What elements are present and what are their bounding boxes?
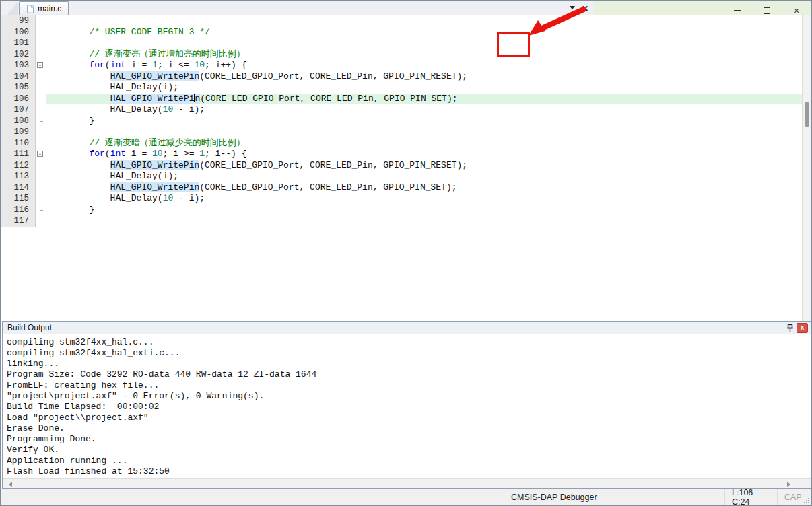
- line-number: 100: [1, 27, 36, 38]
- code-line: 108 }: [1, 116, 802, 127]
- uvision-window: V5 E:\fdb-master\fdb-master\0_example\GP…: [0, 0, 812, 506]
- fold-margin: [36, 104, 46, 116]
- line-number: 111: [1, 149, 36, 160]
- fold-margin: [36, 215, 46, 227]
- close-file-icon[interactable]: ✕: [582, 5, 588, 13]
- code-text: HAL_Delay(i);: [46, 82, 802, 94]
- resize-grip[interactable]: [802, 489, 811, 505]
- code-line: 102 // 逐渐变亮（通过增加亮的时间比例）: [1, 49, 802, 61]
- fold-margin: [36, 205, 46, 216]
- fold-margin: [36, 182, 46, 194]
- code-line: 106 HAL_GPIO_WritePin(CORE_LED_GPIO_Port…: [1, 94, 802, 105]
- line-number: 115: [1, 193, 36, 205]
- line-number: 112: [1, 160, 36, 172]
- code-line: 113 HAL_Delay(i);: [1, 171, 802, 182]
- code-line: 110 // 逐渐变暗（通过减少亮的时间比例）: [1, 138, 802, 149]
- fold-margin: [36, 27, 46, 38]
- code-text: /* USER CODE BEGIN 3 */: [46, 27, 802, 38]
- file-icon: [27, 5, 34, 13]
- fold-margin: [36, 38, 46, 49]
- editor-tab-label: main.c: [38, 4, 61, 13]
- fold-margin: [36, 82, 46, 94]
- editor-tabstrip: main.c ✕: [1, 1, 594, 16]
- fold-margin: [36, 126, 46, 138]
- line-number: 117: [1, 215, 36, 227]
- code-text: HAL_GPIO_WritePin(CORE_LED_GPIO_Port, CO…: [46, 182, 802, 194]
- code-line: 103- for(int i = 1; i <= 10; i++) {: [1, 60, 802, 71]
- code-line: 116 }: [1, 205, 802, 216]
- fold-margin: [36, 49, 46, 61]
- code-line: 104 HAL_GPIO_WritePin(CORE_LED_GPIO_Port…: [1, 71, 802, 83]
- code-line: 99: [1, 15, 802, 27]
- code-line: 114 HAL_GPIO_WritePin(CORE_LED_GPIO_Port…: [1, 182, 802, 194]
- code-text: // 逐渐变亮（通过增加亮的时间比例）: [46, 49, 802, 61]
- tab-list-icon[interactable]: [570, 6, 575, 12]
- code-text: HAL_GPIO_WritePin(CORE_LED_GPIO_Port, CO…: [46, 160, 802, 172]
- fold-margin: [36, 71, 46, 83]
- editor-panel: main.c ✕ 99100 /* USER CODE BEGIN 3 */10…: [1, 1, 595, 236]
- code-line: 115 HAL_Delay(10 - i);: [1, 193, 802, 205]
- line-number: 102: [1, 49, 36, 61]
- code-line: 107 HAL_Delay(10 - i);: [1, 104, 802, 116]
- status-bar: CMSIS-DAP Debugger L:106 C:24 CAP: [1, 489, 811, 505]
- code-text: }: [46, 205, 802, 216]
- build-output-panel: Build Output x compiling stm32f4xx_hal.c…: [2, 321, 811, 489]
- code-text: HAL_Delay(i);: [46, 171, 802, 182]
- fold-margin: [36, 94, 46, 105]
- code-line: 112 HAL_GPIO_WritePin(CORE_LED_GPIO_Port…: [1, 160, 802, 172]
- editor-tab-mainc[interactable]: main.c: [19, 1, 69, 15]
- fold-margin: [36, 171, 46, 182]
- code-text: }: [46, 116, 802, 127]
- line-number: 104: [1, 71, 36, 83]
- status-caps-indicator: CAP: [778, 489, 802, 505]
- code-text: HAL_GPIO_WritePin(CORE_LED_GPIO_Port, CO…: [46, 71, 802, 83]
- code-text: [46, 126, 802, 138]
- fold-margin: [36, 116, 46, 127]
- code-line: 111- for(int i = 10; i >= 1; i--) {: [1, 149, 802, 160]
- code-text: [46, 15, 802, 27]
- code-text: [46, 215, 802, 227]
- build-pin-icon[interactable]: [786, 323, 794, 332]
- line-number: 101: [1, 38, 36, 49]
- code-line: 100 /* USER CODE BEGIN 3 */: [1, 27, 802, 38]
- code-line: 109: [1, 126, 802, 138]
- fold-margin: [36, 193, 46, 205]
- status-debugger: CMSIS-DAP Debugger: [504, 489, 632, 505]
- code-text: [46, 38, 802, 49]
- code-text: for(int i = 10; i >= 1; i--) {: [46, 149, 802, 160]
- fold-margin: [36, 15, 46, 27]
- build-output-header: Build Output x: [3, 322, 811, 334]
- code-text: HAL_Delay(10 - i);: [46, 193, 802, 205]
- line-number: 114: [1, 182, 36, 194]
- status-spacer: [1, 489, 504, 505]
- line-number: 103: [1, 60, 36, 71]
- vscroll-thumb[interactable]: [805, 102, 809, 127]
- build-output-close-icon[interactable]: x: [797, 323, 808, 333]
- code-line: 117: [1, 215, 802, 227]
- line-number: 109: [1, 126, 36, 138]
- build-output-text[interactable]: compiling stm32f4xx_hal.c... compiling s…: [3, 334, 811, 478]
- code-text: for(int i = 1; i <= 10; i++) {: [46, 60, 802, 71]
- scroll-left-icon[interactable]: [6, 482, 12, 487]
- line-number: 110: [1, 138, 36, 149]
- fold-margin: [36, 160, 46, 172]
- code-text: // 逐渐变暗（通过减少亮的时间比例）: [46, 138, 802, 149]
- status-mid-spacer: [632, 489, 725, 505]
- code-line: 101: [1, 38, 802, 49]
- line-number: 99: [1, 15, 36, 27]
- line-number: 107: [1, 104, 36, 116]
- line-number: 105: [1, 82, 36, 94]
- code-text: HAL_Delay(10 - i);: [46, 104, 802, 116]
- scroll-right-icon[interactable]: [787, 482, 793, 487]
- fold-margin[interactable]: -: [36, 60, 46, 71]
- code-text: HAL_GPIO_WritePin(CORE_LED_GPIO_Port, CO…: [46, 94, 802, 105]
- fold-margin: [36, 138, 46, 149]
- code-line: 105 HAL_Delay(i);: [1, 82, 802, 94]
- build-output-title: Build Output: [7, 323, 52, 332]
- line-number: 108: [1, 116, 36, 127]
- line-number: 113: [1, 171, 36, 182]
- fold-margin[interactable]: -: [36, 149, 46, 160]
- build-output-scrollbar[interactable]: [3, 478, 811, 488]
- line-number: 106: [1, 94, 36, 105]
- line-number: 116: [1, 205, 36, 216]
